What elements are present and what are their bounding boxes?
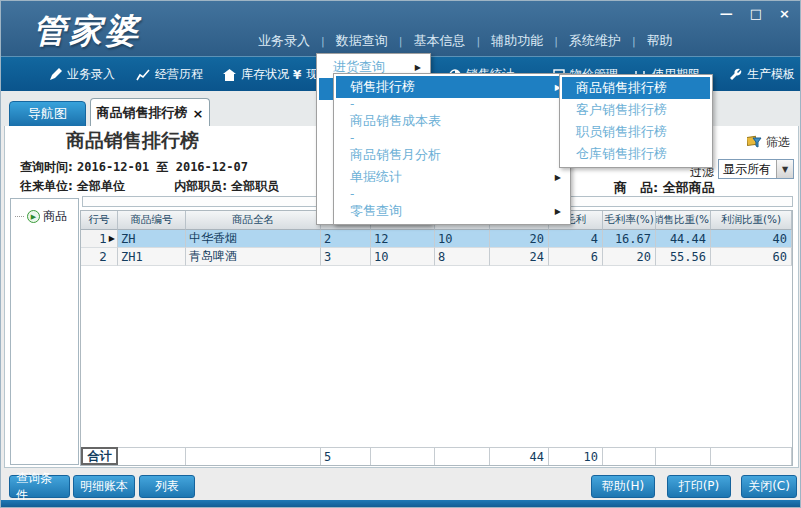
table-total-row: 合计 5 44 10 <box>81 447 792 465</box>
query-time-label: 查询时间: <box>20 160 73 174</box>
submenu-arrow-icon: ▶ <box>415 63 421 72</box>
sales-query-submenu: 销售排行榜▶ - 商品销售成本表 - 商品销售月分析 单据统计▶ - 零售查询▶ <box>333 73 571 225</box>
toolbar-stock-status[interactable]: 库存状况 <box>223 66 289 83</box>
yen-icon: ¥ <box>293 68 301 82</box>
page-title: 商品销售排行榜 <box>66 128 199 154</box>
current-row-marker-icon: ▶ <box>109 234 115 243</box>
status-bar <box>1 500 801 507</box>
col-header-gross-margin[interactable]: 毛利率(%) <box>603 211 656 230</box>
partner-label: 往来单位: <box>20 179 73 193</box>
window-controls: — □ × <box>720 6 790 21</box>
menu-separator: - <box>336 132 568 144</box>
table-row[interactable]: 1▶ ZH 中华香烟 2 12 10 20 4 16.67 44.44 40 <box>81 230 792 248</box>
col-header-product-code[interactable]: 商品编号 <box>118 211 186 230</box>
ranking-table: 行号 商品编号 商品全名 销售数量 销售单价 成本单价 成本金额 毛利 毛利率(… <box>80 210 793 466</box>
print-button[interactable]: 打印(P) <box>667 475 731 498</box>
funnel-icon <box>747 135 762 151</box>
col-header-profit-share[interactable]: 利润比重(%) <box>711 211 792 230</box>
menu-item-product-sales-ranking[interactable]: 商品销售排行榜 <box>562 77 710 99</box>
minimize-icon[interactable]: — <box>720 6 733 21</box>
sift-button[interactable]: 筛选 <box>747 134 790 151</box>
maximize-icon[interactable]: □ <box>750 6 762 21</box>
menubar-item-system-maintenance[interactable]: 系统维护 <box>558 30 632 52</box>
menu-item-product-sales-cost[interactable]: 商品销售成本表 <box>336 110 568 132</box>
submenu-arrow-icon: ▶ <box>555 173 561 182</box>
tab-close-icon[interactable]: × <box>193 106 204 121</box>
app-logo: 管家婆 <box>33 9 141 54</box>
menu-item-retail-query[interactable]: 零售查询▶ <box>336 200 568 222</box>
main-menubar: 业务录入| 数据查询| 基本信息| 辅助功能| 系统维护| 帮助 <box>247 30 684 52</box>
menu-item-document-stats[interactable]: 单据统计▶ <box>336 166 568 188</box>
menubar-item-business-entry[interactable]: 业务录入 <box>247 30 321 52</box>
total-sales-qty: 5 <box>321 447 371 465</box>
total-cost-amount: 44 <box>490 447 549 465</box>
menubar-item-basic-info[interactable]: 基本信息 <box>402 30 476 52</box>
query-time-value: 2016-12-01 至 2016-12-07 <box>77 160 248 174</box>
menu-item-sales-ranking[interactable]: 销售排行榜▶ <box>336 76 568 98</box>
toolbar-business-entry[interactable]: 业务录入 <box>49 66 115 83</box>
partner-value: 全部单位 <box>77 179 125 193</box>
group-tree-panel: ▶ 商品 <box>10 198 79 465</box>
col-header-rownum[interactable]: 行号 <box>81 211 118 230</box>
menu-separator: - <box>336 188 568 200</box>
query-scope-line: 往来单位: 全部单位 内部职员: 全部职员 <box>20 178 279 195</box>
chevron-down-icon[interactable]: ▼ <box>776 160 793 178</box>
tab-navigation-map[interactable]: 导航图 <box>9 101 86 127</box>
product-label: 商 品: <box>614 180 658 195</box>
submenu-arrow-icon: ▶ <box>555 207 561 216</box>
filter-dropdown[interactable]: 显示所有 ▼ <box>718 159 794 179</box>
menu-item-product-sales-monthly[interactable]: 商品销售月分析 <box>336 144 568 166</box>
pencil-icon <box>49 68 62 81</box>
tree-node-icon: ▶ <box>27 210 40 223</box>
table-empty-area <box>81 266 792 447</box>
total-label: 合计 <box>81 447 118 465</box>
tree-node-product[interactable]: ▶ 商品 <box>11 199 78 225</box>
footer-bar: 查询条件 明细账本 列表 帮助(H) 打印(P) 关闭(C) <box>1 468 801 500</box>
table-row[interactable]: 2▶ ZH1 青岛啤酒 3 10 8 24 6 20 55.56 60 <box>81 248 792 266</box>
col-header-sales-share[interactable]: 销售比重(%) <box>656 211 711 230</box>
toolbar-business-history[interactable]: 经营历程 <box>136 66 203 83</box>
tab-product-sales-ranking[interactable]: 商品销售排行榜 × <box>90 98 210 127</box>
close-icon[interactable]: × <box>779 6 790 21</box>
line-chart-icon <box>136 69 150 81</box>
toolbar-production-template[interactable]: 生产模板 <box>729 66 795 83</box>
product-value: 全部商品 <box>663 180 715 195</box>
query-conditions-button[interactable]: 查询条件 <box>9 475 70 498</box>
staff-value: 全部职员 <box>231 179 279 193</box>
sales-ranking-submenu: 商品销售排行榜 客户销售排行榜 职员销售排行榜 仓库销售排行榜 <box>559 74 713 168</box>
house-icon <box>223 69 236 81</box>
col-header-product-name[interactable]: 商品全名 <box>186 211 321 230</box>
menu-separator: - <box>336 98 568 110</box>
menubar-item-help[interactable]: 帮助 <box>636 30 684 52</box>
product-scope-line: 商 品: 全部商品 <box>614 179 715 197</box>
staff-label: 内部职员: <box>174 179 227 193</box>
title-bar: 管家婆 业务录入| 数据查询| 基本信息| 辅助功能| 系统维护| 帮助 — □… <box>1 1 801 56</box>
menu-item-employee-sales-ranking[interactable]: 职员销售排行榜 <box>562 121 710 143</box>
close-button[interactable]: 关闭(C) <box>741 475 797 498</box>
total-gross-profit: 10 <box>549 447 603 465</box>
menubar-item-aux-functions[interactable]: 辅助功能 <box>480 30 554 52</box>
app-window: 管家婆 业务录入| 数据查询| 基本信息| 辅助功能| 系统维护| 帮助 — □… <box>0 0 801 508</box>
tree-branch-line <box>15 216 24 217</box>
help-button[interactable]: 帮助(H) <box>591 475 655 498</box>
menu-item-warehouse-sales-ranking[interactable]: 仓库销售排行榜 <box>562 143 710 165</box>
detail-ledger-button[interactable]: 明细账本 <box>73 475 135 498</box>
list-button[interactable]: 列表 <box>139 475 195 498</box>
wrench-icon <box>729 68 742 81</box>
query-time-line: 查询时间: 2016-12-01 至 2016-12-07 <box>20 159 248 176</box>
menubar-item-data-query[interactable]: 数据查询 <box>325 30 399 52</box>
menu-item-customer-sales-ranking[interactable]: 客户销售排行榜 <box>562 99 710 121</box>
tree-node-label: 商品 <box>43 208 67 225</box>
filter-dropdown-value: 显示所有 <box>719 161 776 178</box>
